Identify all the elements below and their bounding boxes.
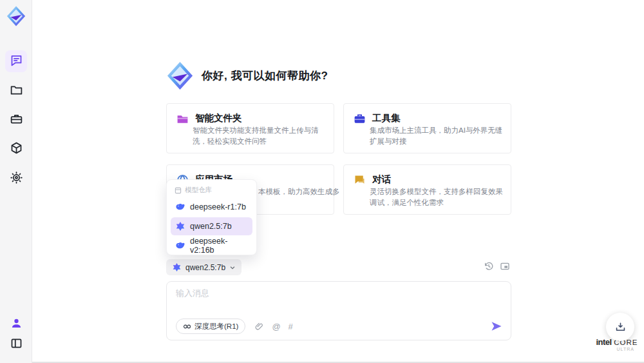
model-option-qwen[interactable]: qwen2.5:7b [171, 217, 252, 235]
user-icon [10, 317, 23, 333]
sidebar-item-toolbox[interactable] [5, 109, 27, 131]
intel-ultra-text: ULTRA [596, 347, 634, 351]
card-description: 本模板，助力高效生成多 [258, 186, 336, 197]
message-input[interactable] [176, 288, 472, 313]
mini-window-icon[interactable] [500, 261, 510, 271]
model-selector-label: qwen2.5:7b [185, 263, 225, 272]
model-selector[interactable]: qwen2.5:7b [166, 259, 242, 275]
send-icon [490, 320, 503, 333]
sidebar-item-account[interactable] [5, 313, 27, 335]
briefcase-icon [10, 112, 23, 128]
sidebar-item-chat[interactable] [5, 50, 27, 72]
input-tools: @ # [254, 322, 292, 331]
greeting: 你好, 我可以如何帮助你? [165, 61, 328, 91]
deepseek-icon [175, 240, 185, 251]
card-title: 工具集 [372, 112, 401, 124]
card-description: 灵活切换多模型文件，支持多样回复效果调试，满足个性化需求 [370, 186, 504, 208]
card-dialog[interactable]: 对话 灵活切换多模型文件，支持多样回复效果调试，满足个性化需求 [343, 164, 511, 215]
qwen-icon [175, 221, 185, 231]
card-description: 智能文件夹功能支持批量文件上传与清洗，轻松实现文件问答 [193, 125, 327, 147]
sidebar-item-folders[interactable] [5, 80, 27, 102]
repo-icon [175, 187, 182, 194]
sidebar-item-models[interactable] [5, 138, 27, 160]
toolset-icon [353, 112, 366, 126]
chat-input-panel: 深度思考(R1) @ # [166, 281, 511, 340]
history-icon[interactable] [484, 261, 494, 271]
folder-icon [10, 83, 23, 99]
input-toolbar: 深度思考(R1) @ # [176, 319, 503, 334]
model-option-deepseek-r1[interactable]: deepseek-r1:7b [171, 198, 252, 216]
model-dropdown-header: 模型仓库 [171, 184, 252, 198]
card-smart-folder[interactable]: 智能文件夹 智能文件夹功能支持批量文件上传与清洗，轻松实现文件问答 [166, 103, 334, 153]
card-toolset[interactable]: 工具集 集成市场上主流工具，助力AI与外界无缝扩展与对接 [343, 103, 511, 153]
model-dropdown-header-label: 模型仓库 [185, 186, 212, 195]
send-button[interactable] [490, 320, 503, 333]
panel-icon [10, 337, 23, 353]
download-icon [614, 321, 627, 333]
dialog-icon [353, 173, 366, 187]
deep-think-label: 深度思考(R1) [194, 322, 238, 331]
deepseek-icon [175, 202, 185, 212]
app-logo-icon [165, 61, 195, 91]
model-option-label: deepseek-v2:16b [190, 237, 248, 255]
attachment-icon[interactable] [254, 322, 264, 331]
model-option-label: deepseek-r1:7b [190, 202, 246, 211]
chat-row-tools [484, 261, 510, 271]
intel-brand-text: intel [596, 337, 611, 347]
app-logo-icon [5, 5, 27, 27]
qwen-icon [172, 262, 182, 272]
card-description: 集成市场上主流工具，助力AI与外界无缝扩展与对接 [370, 125, 504, 147]
greeting-title: 你好, 我可以如何帮助你? [202, 68, 328, 83]
sidebar-item-settings[interactable] [5, 168, 27, 190]
hash-icon[interactable]: # [289, 322, 293, 331]
at-icon[interactable]: @ [272, 322, 280, 331]
model-option-label: qwen2.5:7b [190, 222, 232, 231]
sidebar [0, 0, 32, 363]
gear-icon [10, 171, 23, 187]
smart-folder-icon [176, 112, 189, 126]
deep-think-toggle[interactable]: 深度思考(R1) [176, 319, 245, 334]
cube-icon [10, 141, 23, 157]
sidebar-item-collapse[interactable] [5, 333, 27, 355]
card-title: 对话 [372, 173, 391, 186]
infinity-icon [183, 324, 191, 329]
card-title: 智能文件夹 [195, 112, 242, 124]
model-dropdown: 模型仓库 deepseek-r1:7b qwen2.5:7b deepseek-… [166, 179, 257, 255]
model-option-deepseek-v2[interactable]: deepseek-v2:16b [171, 237, 252, 255]
chat-bubble-icon [10, 54, 23, 70]
download-button[interactable] [606, 313, 634, 341]
chevron-down-icon [229, 264, 236, 271]
